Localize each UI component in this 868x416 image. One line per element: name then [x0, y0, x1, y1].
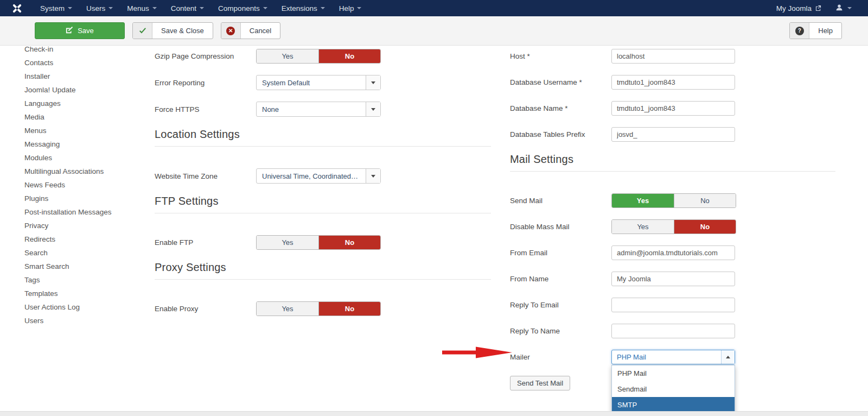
error-reporting-select[interactable]: System Default	[256, 75, 381, 90]
sidebar-item-post-installation-messages[interactable]: Post-installation Messages	[24, 205, 149, 219]
database-username-input[interactable]	[611, 75, 735, 90]
nav-item-menus[interactable]: Menus	[120, 0, 164, 16]
cancel-icon: ✕	[221, 23, 241, 39]
nav-item-extensions[interactable]: Extensions	[275, 0, 332, 16]
send-mail-no-button[interactable]: No	[674, 194, 736, 207]
section-ftp-settings: FTP Settings	[155, 195, 491, 213]
user-icon	[835, 4, 843, 13]
help-button[interactable]: ? Help	[789, 22, 842, 39]
form-row-website-time-zone: Website Time ZoneUniversal Time, Coordin…	[155, 168, 491, 184]
enable-ftp-no-button[interactable]: No	[318, 236, 380, 249]
save-and-close-button[interactable]: Save & Close	[132, 22, 213, 39]
chevron-down-icon	[371, 175, 375, 178]
database-name-input[interactable]	[611, 101, 735, 116]
nav-menu: SystemUsersMenusContentComponentsExtensi…	[33, 0, 368, 16]
sidebar-item-joomla-update[interactable]: Joomla! Update	[24, 83, 149, 97]
enable-ftp-yes-button[interactable]: Yes	[257, 236, 318, 249]
sidebar-item-redirects[interactable]: Redirects	[24, 232, 149, 246]
enable-proxy-no-button[interactable]: No	[318, 302, 380, 316]
sidebar-item-user-actions-log[interactable]: User Actions Log	[24, 300, 149, 314]
save-and-close-label: Save & Close	[152, 23, 213, 39]
website-time-zone-select[interactable]: Universal Time, Coordinated ...	[256, 168, 381, 184]
disable-mass-mail-no-button[interactable]: No	[674, 220, 736, 234]
sidebar-item-modules[interactable]: Modules	[24, 151, 149, 165]
field-label-send-mail: Send Mail	[510, 197, 611, 205]
section-heading: Location Settings	[155, 128, 491, 141]
nav-item-components[interactable]: Components	[211, 0, 275, 16]
sidebar-item-check-in[interactable]: Check-in	[24, 46, 149, 56]
section-heading: Proxy Settings	[155, 261, 491, 274]
host-input[interactable]	[611, 49, 735, 64]
sidebar-item-smart-search[interactable]: Smart Search	[24, 260, 149, 273]
select-value: System Default	[257, 79, 315, 87]
sidebar-item-news-feeds[interactable]: News Feeds	[24, 178, 149, 192]
cancel-label: Cancel	[241, 23, 280, 39]
disable-mass-mail-yes-button[interactable]: Yes	[612, 220, 674, 234]
gzip-page-compression-yes-button[interactable]: Yes	[257, 49, 318, 63]
dropdown-option-smtp[interactable]: SMTP	[612, 397, 735, 411]
database-tables-prefix-input[interactable]	[611, 127, 735, 142]
nav-item-content[interactable]: Content	[164, 0, 211, 16]
sidebar-item-multilingual-associations[interactable]: Multilingual Associations	[24, 165, 149, 178]
send-mail-yes-button[interactable]: Yes	[612, 194, 674, 207]
form-row-force-https: Force HTTPSNone	[155, 102, 491, 117]
disable-mass-mail-toggle: YesNo	[611, 219, 736, 234]
toolbar: Save Save & Close ✕ Cancel ? Help	[0, 16, 868, 46]
sidebar-item-tags[interactable]: Tags	[24, 273, 149, 287]
select-caret-button[interactable]	[366, 75, 380, 90]
sidebar-item-media[interactable]: Media	[24, 110, 149, 124]
send-test-mail-button[interactable]: Send Test Mail	[510, 376, 570, 390]
nav-item-label: Components	[218, 4, 260, 12]
nav-item-users[interactable]: Users	[79, 0, 120, 16]
form-row-enable-ftp: Enable FTPYesNo	[155, 235, 491, 250]
from-name-input[interactable]	[611, 272, 735, 286]
sidebar-item-messaging[interactable]: Messaging	[24, 137, 149, 151]
field-label-reply-to-email: Reply To Email	[510, 301, 611, 309]
section-mail-settings: Mail Settings	[510, 153, 835, 172]
nav-item-label: System	[40, 4, 65, 12]
user-menu[interactable]	[835, 4, 858, 13]
select-caret-button[interactable]	[366, 102, 380, 116]
sidebar-item-plugins[interactable]: Plugins	[24, 192, 149, 205]
annotation-arrow	[442, 345, 513, 360]
sidebar-item-menus[interactable]: Menus	[24, 124, 149, 137]
sidebar-item-templates[interactable]: Templates	[24, 287, 149, 300]
sidebar-item-privacy[interactable]: Privacy	[24, 219, 149, 232]
sidebar-item-search[interactable]: Search	[24, 246, 149, 260]
gzip-page-compression-toggle: YesNo	[256, 49, 381, 64]
sidebar-item-languages[interactable]: Languages	[24, 97, 149, 110]
chevron-down-icon	[152, 7, 157, 9]
sidebar-item-contacts[interactable]: Contacts	[24, 56, 149, 70]
dropdown-option-php-mail[interactable]: PHP Mail	[612, 365, 735, 381]
reply-to-name-input[interactable]	[611, 324, 735, 338]
section-divider	[155, 213, 491, 213]
field-label-reply-to-name: Reply To Name	[510, 327, 611, 335]
force-https-select[interactable]: None	[256, 102, 381, 117]
save-button[interactable]: Save	[35, 22, 125, 39]
external-link-icon	[815, 4, 821, 12]
form-row-disable-mass-mail: Disable Mass MailYesNo	[510, 219, 835, 234]
site-preview-link[interactable]: My Joomla	[776, 4, 821, 12]
cancel-button[interactable]: ✕ Cancel	[221, 22, 280, 39]
field-label-gzip-page-compression: Gzip Page Compression	[155, 52, 256, 60]
nav-item-system[interactable]: System	[33, 0, 79, 16]
reply-to-email-input[interactable]	[611, 298, 735, 312]
chevron-down-icon	[263, 7, 267, 9]
enable-proxy-yes-button[interactable]: Yes	[257, 302, 318, 316]
form-row-mailer: MailerPHP MailPHP MailSendmailSMTP	[510, 350, 835, 364]
help-label: Help	[809, 23, 841, 39]
dropdown-option-sendmail[interactable]: Sendmail	[612, 381, 735, 397]
mailer-combobox[interactable]: PHP Mail	[611, 350, 735, 364]
from-email-input[interactable]	[611, 245, 735, 260]
select-value: Universal Time, Coordinated ...	[257, 172, 364, 180]
gzip-page-compression-no-button[interactable]: No	[318, 49, 380, 63]
sidebar-item-users[interactable]: Users	[24, 314, 149, 327]
select-caret-button[interactable]	[366, 169, 380, 183]
nav-item-help[interactable]: Help	[332, 0, 369, 16]
section-heading: FTP Settings	[155, 195, 491, 207]
nav-item-label: Users	[86, 4, 105, 12]
sidebar-item-installer[interactable]: Installer	[24, 70, 149, 83]
combobox-caret-button[interactable]	[721, 350, 735, 364]
admin-top-navbar: SystemUsersMenusContentComponentsExtensi…	[0, 0, 868, 16]
send-mail-toggle: YesNo	[611, 193, 736, 208]
